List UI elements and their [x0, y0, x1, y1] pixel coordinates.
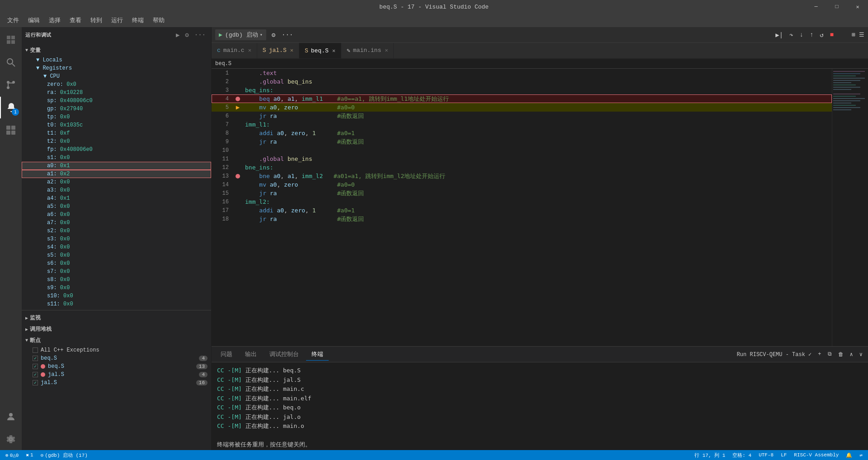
reg-t1[interactable]: t1: 0xf [22, 129, 211, 137]
reg-s5[interactable]: s5: 0x0 [22, 251, 211, 259]
split-terminal-button[interactable]: ⧉ [826, 350, 834, 358]
menu-terminal[interactable]: 终端 [128, 14, 147, 26]
chevron-up-icon[interactable]: ∧ [848, 350, 855, 359]
reg-gp[interactable]: gp: 0x27940 [22, 105, 211, 113]
reg-ra[interactable]: ra: 0x10228 [22, 89, 211, 97]
step-into-icon[interactable]: ↓ [798, 30, 805, 39]
menu-help[interactable]: 帮助 [149, 14, 168, 26]
panel-tab-problems[interactable]: 问题 [215, 348, 238, 360]
reg-a0[interactable]: a0: 0x1 [22, 162, 211, 170]
tab-beq-s[interactable]: S beq.S ✕ [299, 43, 341, 58]
stop-icon[interactable]: ■ [828, 30, 835, 39]
bp-beq-13[interactable]: beq.S 13 [22, 362, 211, 371]
menu-run[interactable]: 运行 [108, 14, 127, 26]
debug-launch-dropdown[interactable]: ▶ (gdb) 启动 ▾ [215, 29, 266, 40]
section-callstack[interactable]: ▶ 调用堆栈 [22, 324, 211, 335]
status-language[interactable]: RISC-V Assembly [792, 452, 840, 459]
reg-s11[interactable]: s11: 0x0 [22, 300, 211, 308]
section-watch[interactable]: ▶ 监视 [22, 312, 211, 324]
reg-sp[interactable]: sp: 0x408006c0 [22, 97, 211, 105]
close-tab-icon[interactable]: ✕ [290, 47, 293, 54]
reg-a7[interactable]: a7: 0x0 [22, 219, 211, 227]
bp-all-cpp[interactable]: All C++ Exceptions [22, 346, 211, 354]
menu-view[interactable]: 查看 [66, 14, 85, 26]
section-cpu[interactable]: ▼ CPU [22, 72, 211, 80]
step-out-icon[interactable]: ↑ [808, 30, 815, 39]
step-over-icon[interactable]: ↷ [788, 30, 795, 40]
reg-s2[interactable]: s2: 0x0 [22, 227, 211, 235]
close-tab-icon[interactable]: ✕ [248, 47, 251, 54]
code-editor[interactable]: 1 .text 2 .global beq_ins 3 beq_ins: [212, 69, 832, 346]
more-icon[interactable]: ··· [280, 30, 295, 39]
close-button[interactable]: ✕ [847, 0, 868, 14]
bp-checkbox[interactable] [33, 380, 38, 385]
panel-tab-debug-console[interactable]: 调试控制台 [264, 348, 304, 360]
section-locals[interactable]: ▼ Locals [22, 56, 211, 64]
close-tab-icon[interactable]: ✕ [385, 47, 388, 54]
menu-select[interactable]: 选择 [45, 14, 64, 26]
minimize-button[interactable]: ─ [806, 0, 826, 14]
reg-a5[interactable]: a5: 0x0 [22, 202, 211, 211]
activity-explorer[interactable] [0, 29, 22, 51]
bp-beq-4[interactable]: beq.S 4 [22, 354, 211, 362]
bp-jal-16[interactable]: jal.S 16 [22, 379, 211, 387]
activity-extensions[interactable] [0, 119, 22, 141]
menu-icon[interactable]: ☰ [859, 31, 864, 38]
reg-s3[interactable]: s3: 0x0 [22, 235, 211, 243]
maximize-button[interactable]: □ [826, 0, 847, 14]
bp-checkbox[interactable] [33, 364, 38, 369]
continue-icon[interactable]: ▶| [774, 30, 785, 40]
status-feedback[interactable]: ⇌ [858, 452, 864, 459]
status-eol[interactable]: LF [779, 452, 788, 459]
status-debug[interactable]: ⊙ (gdb) 启动 (17) [39, 452, 90, 459]
chevron-down-icon[interactable]: ∨ [858, 350, 864, 359]
status-warnings[interactable]: ✖ 1 [24, 452, 35, 458]
bp-jal-4[interactable]: jal.S 4 [22, 371, 211, 379]
panel-tab-terminal[interactable]: 终端 [306, 348, 329, 361]
reg-s10[interactable]: s10: 0x0 [22, 292, 211, 300]
reg-s6[interactable]: s6: 0x0 [22, 259, 211, 268]
sidebar-settings-button[interactable]: ⚙ [183, 30, 190, 40]
activity-search[interactable] [0, 52, 22, 73]
activity-settings[interactable] [0, 428, 22, 450]
status-line-col[interactable]: 行 17, 列 1 [693, 452, 727, 459]
tab-jal-s[interactable]: S jal.S ✕ [257, 43, 299, 58]
activity-source-control[interactable] [0, 74, 22, 96]
reg-a4[interactable]: a4: 0x1 [22, 194, 211, 202]
reg-s1[interactable]: s1: 0x0 [22, 154, 211, 162]
reg-s9[interactable]: s9: 0x0 [22, 284, 211, 292]
settings-icon[interactable]: ⚙ [270, 30, 277, 40]
reg-a2[interactable]: a2: 0x0 [22, 178, 211, 186]
status-errors[interactable]: ⊗ 0△0 [4, 452, 20, 458]
delete-terminal-button[interactable]: 🗑 [836, 350, 845, 359]
bp-checkbox[interactable] [33, 347, 38, 353]
terminal-content[interactable]: CC -[M] 正在构建... beq.S CC -[M] 正在构建... ja… [212, 362, 868, 450]
activity-debug[interactable]: 1 [0, 97, 22, 118]
restart-icon[interactable]: ↺ [818, 30, 825, 40]
reg-zero[interactable]: zero: 0x0 [22, 80, 211, 89]
reg-s8[interactable]: s8: 0x0 [22, 276, 211, 284]
status-spaces[interactable]: 空格: 4 [731, 452, 753, 459]
reg-t0[interactable]: t0: 0x1035c [22, 121, 211, 129]
menu-file[interactable]: 文件 [4, 14, 23, 26]
close-tab-icon[interactable]: ✕ [332, 47, 335, 54]
layout-icon[interactable]: ⊞ [852, 31, 855, 38]
sidebar-more-button[interactable]: ··· [193, 30, 208, 40]
reg-a1[interactable]: a1: 0x2 [22, 170, 211, 178]
section-registers[interactable]: ▼ Registers [22, 64, 211, 72]
reg-s4[interactable]: s4: 0x0 [22, 243, 211, 251]
reg-a6[interactable]: a6: 0x0 [22, 211, 211, 219]
add-terminal-button[interactable]: + [816, 350, 823, 358]
menu-goto[interactable]: 转到 [87, 14, 106, 26]
section-breakpoints[interactable]: ▼ 断点 [22, 335, 211, 346]
reg-fp[interactable]: fp: 0x408006e0 [22, 146, 211, 154]
reg-a3[interactable]: a3: 0x0 [22, 186, 211, 194]
menu-edit[interactable]: 编辑 [24, 14, 43, 26]
reg-s7[interactable]: s7: 0x0 [22, 268, 211, 276]
start-debug-button[interactable]: ▶ [174, 30, 181, 40]
tab-main-c[interactable]: c main.c ✕ [212, 43, 257, 58]
status-encoding[interactable]: UTF-8 [757, 452, 775, 459]
bp-checkbox[interactable] [33, 356, 38, 361]
activity-accounts[interactable] [0, 406, 22, 427]
reg-tp[interactable]: tp: 0x0 [22, 113, 211, 121]
